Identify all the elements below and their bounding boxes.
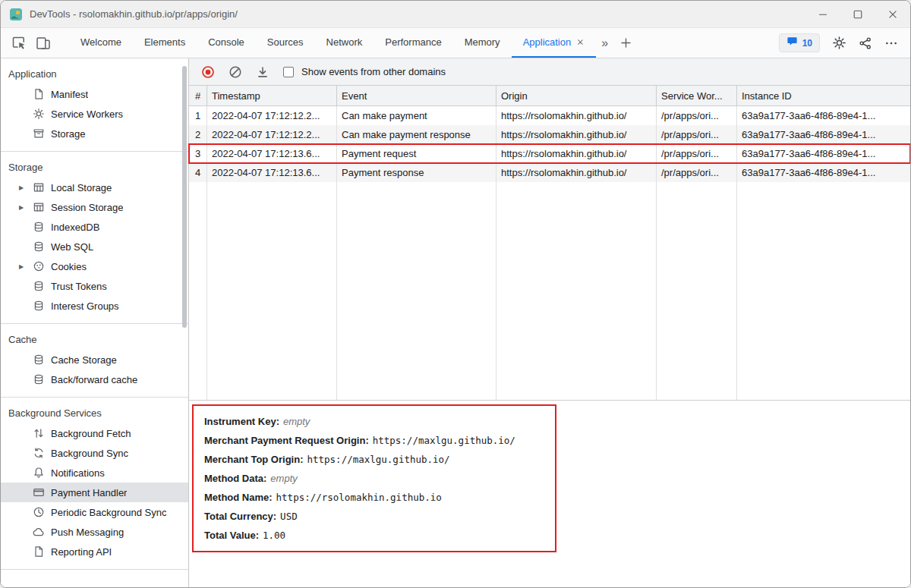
table-cell: 1 — [189, 106, 207, 125]
sidebar-item-cache-storage[interactable]: Cache Storage — [1, 350, 188, 369]
inspect-element-button[interactable] — [7, 31, 31, 55]
sidebar-item-notifications[interactable]: Notifications — [1, 463, 188, 483]
tab-welcome[interactable]: Welcome — [69, 28, 133, 58]
toolbar-right-cluster: 10 — [779, 33, 910, 52]
tab-console[interactable]: Console — [197, 28, 256, 58]
maximize-button[interactable] — [840, 1, 875, 27]
more-tools-button[interactable] — [613, 31, 638, 55]
table-cell: https://rsolomakhin.github.io/ — [496, 144, 657, 163]
table-cell: 2022-04-07 17:12:12.2... — [207, 106, 337, 125]
sidebar-section-title: Cache — [1, 330, 188, 350]
sidebar-item-service-workers[interactable]: Service Workers — [1, 104, 188, 124]
detail-field-method-name: Method Name:https://rsolomakhin.github.i… — [204, 488, 544, 507]
sidebar-item-session-storage[interactable]: ▶Session Storage — [1, 197, 188, 217]
sidebar-item-storage[interactable]: Storage — [1, 124, 188, 143]
sidebar-item-indexeddb[interactable]: IndexedDB — [1, 217, 188, 237]
sidebar-item-cookies[interactable]: ▶Cookies — [1, 256, 188, 276]
sidebar-item-reporting-api[interactable]: Reporting API — [1, 542, 188, 561]
table-row[interactable]: 42022-04-07 17:12:13.6...Payment respons… — [189, 163, 910, 182]
column-header-instance-id: Instance ID — [737, 86, 910, 105]
table-cell: 4 — [189, 163, 207, 182]
payment-handler-icon — [33, 486, 45, 498]
sidebar-item-label: IndexedDB — [51, 222, 99, 233]
sidebar-item-background-fetch[interactable]: Background Fetch — [1, 423, 188, 443]
column-header-timestamp: Timestamp — [207, 86, 337, 105]
sidebar-item-web-sql[interactable]: Web SQL — [1, 237, 188, 256]
sidebar-item-label: Trust Tokens — [51, 281, 107, 292]
table-row[interactable]: 12022-04-07 17:12:12.2...Can make paymen… — [189, 106, 910, 125]
sidebar-item-background-sync[interactable]: Background Sync — [1, 443, 188, 463]
table-cell: https://rsolomakhin.github.io/ — [496, 125, 657, 144]
tab-network[interactable]: Network — [315, 28, 374, 58]
sidebar-item-label: Background Sync — [51, 448, 128, 459]
service-workers-icon — [33, 108, 45, 120]
sidebar-item-local-storage[interactable]: ▶Local Storage — [1, 178, 188, 197]
tab-elements[interactable]: Elements — [133, 28, 197, 58]
devtools-logo-icon — [10, 8, 22, 20]
expand-arrow-icon[interactable]: ▶ — [19, 184, 33, 191]
record-button[interactable] — [201, 65, 215, 79]
feedback-icon[interactable] — [859, 36, 872, 50]
tab-memory[interactable]: Memory — [453, 28, 512, 58]
devtools-window: DevTools - rsolomakhin.github.io/pr/apps… — [0, 0, 911, 588]
tab-label: Welcome — [80, 36, 121, 48]
events-table-empty-area — [189, 182, 910, 400]
sidebar-item-label: Cache Storage — [51, 354, 117, 366]
table-row[interactable]: 22022-04-07 17:12:12.2...Can make paymen… — [189, 125, 910, 144]
more-tabs-icon[interactable]: » — [596, 36, 613, 50]
more-options-icon[interactable] — [884, 36, 898, 50]
minimize-button[interactable] — [805, 1, 840, 27]
table-icon — [33, 181, 45, 193]
expand-arrow-icon[interactable]: ▶ — [19, 204, 33, 211]
sidebar-item-manifest[interactable]: Manifest — [1, 84, 188, 104]
issues-counter-button[interactable]: 10 — [779, 33, 820, 52]
sidebar-section-application: ApplicationManifestService WorkersStorag… — [1, 64, 188, 152]
payment-handler-panel: Show events from other domains #Timestam… — [189, 58, 910, 587]
table-row[interactable]: 32022-04-07 17:12:13.6...Payment request… — [189, 144, 910, 163]
sidebar-item-payment-handler[interactable]: Payment Handler — [1, 483, 188, 502]
sidebar-section-background-services: Background ServicesBackground FetchBackg… — [1, 404, 188, 570]
settings-gear-icon[interactable] — [832, 36, 846, 50]
sidebar-item-interest-groups[interactable]: Interest Groups — [1, 296, 188, 316]
sidebar-item-back-forward-cache[interactable]: Back/forward cache — [1, 369, 188, 389]
sidebar-scrollbar[interactable] — [182, 66, 187, 328]
tab-application[interactable]: Application — [512, 28, 597, 58]
detail-field-value: https://maxlgu.github.io/ — [373, 435, 515, 446]
database-icon — [33, 373, 45, 385]
sidebar-section-title: Storage — [1, 158, 188, 178]
device-toolbar-button[interactable] — [31, 31, 55, 55]
table-cell: 63a9a177-3aa6-4f86-89e4-1... — [737, 106, 910, 125]
download-button[interactable] — [256, 65, 270, 79]
close-button[interactable] — [875, 1, 910, 27]
tab-sources[interactable]: Sources — [256, 28, 315, 58]
sidebar-item-push-messaging[interactable]: Push Messaging — [1, 522, 188, 542]
detail-field-value: empty — [283, 416, 310, 427]
issues-count: 10 — [802, 38, 812, 49]
detail-field-value: 1.00 — [263, 530, 285, 541]
sidebar-item-trust-tokens[interactable]: Trust Tokens — [1, 276, 188, 296]
tab-performance[interactable]: Performance — [374, 28, 452, 58]
database-icon — [33, 300, 45, 312]
table-cell: 3 — [189, 144, 207, 163]
sidebar-item-label: Interest Groups — [51, 300, 119, 312]
clear-button[interactable] — [229, 65, 242, 79]
sidebar-item-label: Service Workers — [51, 108, 123, 120]
expand-arrow-icon[interactable]: ▶ — [19, 263, 33, 270]
show-other-domains-label[interactable]: Show events from other domains — [301, 66, 446, 77]
sidebar-item-label: Reporting API — [51, 546, 112, 558]
tab-close-icon[interactable] — [576, 38, 585, 46]
detail-field-label: Merchant Top Origin: — [204, 454, 303, 465]
show-other-domains-checkbox[interactable] — [283, 67, 294, 77]
table-cell: 2022-04-07 17:12:12.2... — [207, 125, 337, 144]
table-cell: Can make payment — [337, 106, 496, 125]
table-cell: 63a9a177-3aa6-4f86-89e4-1... — [737, 125, 910, 144]
table-cell: 2022-04-07 17:12:13.6... — [207, 144, 337, 163]
sidebar-item-label: Notifications — [51, 467, 105, 479]
table-cell: Payment response — [337, 163, 496, 182]
storage-icon — [33, 127, 45, 140]
sidebar-item-periodic-background-sync[interactable]: Periodic Background Sync — [1, 502, 188, 522]
detail-field-label: Method Data: — [204, 473, 266, 484]
empty-column — [496, 182, 657, 400]
clock-icon — [33, 506, 45, 518]
sidebar-section-cache: CacheCache StorageBack/forward cache — [1, 330, 188, 398]
